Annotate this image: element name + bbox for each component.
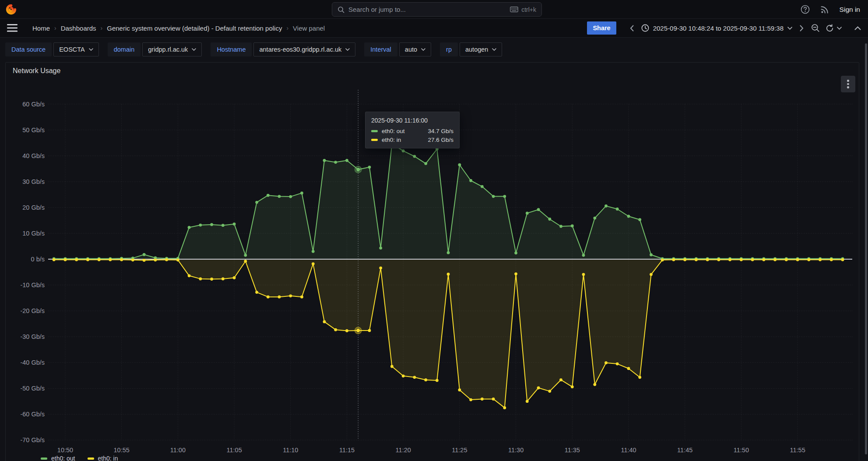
chevron-up-icon <box>854 26 861 30</box>
legend-in-swatch <box>88 457 94 460</box>
series-in-swatch <box>371 139 378 141</box>
toolbar-actions: Share 2025-09-30 10:48:24 to 2025-09-30 … <box>587 21 861 35</box>
panel-title: Network Usage <box>13 67 60 75</box>
chevron-down-icon <box>492 48 496 51</box>
help-icon <box>801 5 810 14</box>
variable-interval: Interval auto <box>364 42 431 56</box>
legend-out-swatch <box>41 457 47 460</box>
zoom-out-button[interactable] <box>811 24 820 32</box>
variable-value-domain[interactable]: gridpp.rl.ac.uk <box>142 42 202 56</box>
legend-out-label: eth0: out <box>51 455 75 461</box>
breadcrumb: Home › Dashboards › Generic system overv… <box>32 25 325 32</box>
variables-row: Data source EOSCTA domain gridpp.rl.ac.u… <box>5 42 502 56</box>
tooltip-row-in: eth0: in 27.6 Gb/s <box>371 137 453 143</box>
clock-icon <box>641 24 649 32</box>
variable-value-rp[interactable]: autogen <box>460 42 502 56</box>
page-scrollbar[interactable] <box>865 43 867 454</box>
search-shortcut: ctrl+k <box>510 6 536 13</box>
top-nav-bar: Search or jump to... ctrl+k Sign in <box>0 0 868 19</box>
grafana-logo[interactable] <box>5 4 17 15</box>
variable-data-source: Data source EOSCTA <box>5 42 99 56</box>
tooltip-series-label: eth0: in <box>382 137 401 143</box>
legend-item-out[interactable]: eth0: out <box>41 455 75 461</box>
sign-in-link[interactable]: Sign in <box>840 6 860 14</box>
tooltip-row-out: eth0: out 34.7 Gb/s <box>371 128 453 134</box>
legend-in-label: eth0: in <box>98 455 118 461</box>
tooltip-series-label: eth0: out <box>382 128 405 134</box>
panel-menu-button[interactable] <box>841 76 855 92</box>
chevron-down-icon <box>89 48 93 51</box>
variable-value-interval[interactable]: auto <box>399 42 431 56</box>
zoom-out-icon <box>811 24 820 32</box>
refresh-button[interactable] <box>826 24 842 32</box>
kebab-icon <box>847 80 849 82</box>
breadcrumb-dashboards[interactable]: Dashboards <box>61 25 96 32</box>
search-icon <box>337 6 344 13</box>
breadcrumb-dashboard-title[interactable]: Generic system overview (detailed) - Def… <box>107 25 282 32</box>
search-input[interactable]: Search or jump to... ctrl+k <box>332 2 542 17</box>
legend-item-in[interactable]: eth0: in <box>88 455 118 461</box>
breadcrumb-separator: › <box>101 25 103 32</box>
tooltip-series-value: 34.7 Gb/s <box>428 128 453 134</box>
time-shift-back-button[interactable] <box>628 25 636 32</box>
variable-value-data-source[interactable]: EOSCTA <box>53 42 99 56</box>
tooltip-timestamp: 2025-09-30 11:16:00 <box>371 117 453 124</box>
time-range-picker[interactable]: 2025-09-30 10:48:24 to 2025-09-30 11:59:… <box>641 24 792 32</box>
help-button[interactable] <box>801 5 810 14</box>
chevron-down-icon <box>837 27 842 30</box>
series-out-swatch <box>371 130 378 132</box>
variable-label-interval[interactable]: Interval <box>364 42 397 56</box>
chevron-down-icon <box>421 48 425 51</box>
variable-hostname: Hostname antares-eos30.gridpp.rl.ac.uk <box>211 42 355 56</box>
chevron-down-icon <box>787 27 792 30</box>
menu-toggle-button[interactable] <box>7 24 18 32</box>
chevron-down-icon <box>192 48 196 51</box>
breadcrumb-view-panel: View panel <box>293 25 325 32</box>
time-range-label: 2025-09-30 10:48:24 to 2025-09-30 11:59:… <box>653 25 784 32</box>
tooltip-series-value: 27.6 Gb/s <box>428 137 453 143</box>
dashboard-toolbar: Home › Dashboards › Generic system overv… <box>0 19 868 38</box>
share-button[interactable]: Share <box>587 21 616 35</box>
keyboard-icon <box>510 7 518 12</box>
variable-rp: rp autogen <box>440 42 502 56</box>
top-nav-actions: Sign in <box>801 0 860 19</box>
refresh-icon <box>826 24 834 32</box>
collapse-toolbar-button[interactable] <box>854 26 861 30</box>
time-shift-forward-button[interactable] <box>798 25 805 32</box>
breadcrumb-separator: › <box>54 25 56 32</box>
news-button[interactable] <box>820 5 829 14</box>
chevron-left-icon <box>630 25 634 32</box>
hamburger-icon <box>7 24 18 32</box>
variable-label-rp[interactable]: rp <box>440 42 458 56</box>
variable-value-hostname[interactable]: antares-eos30.gridpp.rl.ac.uk <box>253 42 355 56</box>
breadcrumb-home[interactable]: Home <box>32 25 50 32</box>
variable-domain: domain gridpp.rl.ac.uk <box>108 42 202 56</box>
variable-label-domain[interactable]: domain <box>108 42 141 56</box>
rss-icon <box>820 5 829 14</box>
chevron-down-icon <box>345 48 350 51</box>
breadcrumb-separator: › <box>286 25 288 32</box>
chart-legend: eth0: out eth0: in <box>41 455 118 461</box>
chart-tooltip: 2025-09-30 11:16:00 eth0: out 34.7 Gb/s … <box>365 112 460 148</box>
variable-label-data-source[interactable]: Data source <box>5 42 52 56</box>
grafana-app: Search or jump to... ctrl+k Sign in Home… <box>0 0 868 461</box>
chevron-right-icon <box>800 25 804 32</box>
search-placeholder: Search or jump to... <box>348 6 406 13</box>
variable-label-hostname[interactable]: Hostname <box>211 42 252 56</box>
